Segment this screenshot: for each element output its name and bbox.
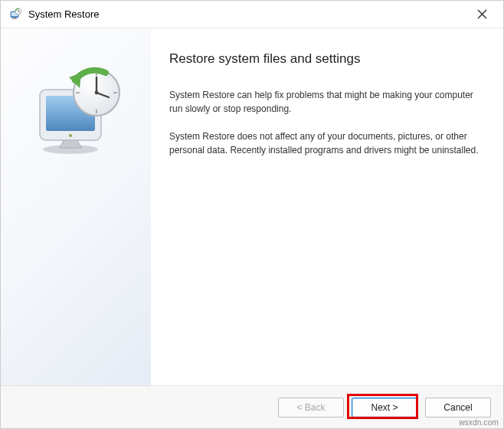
side-panel — [1, 28, 151, 385]
next-button[interactable]: Next > — [352, 398, 417, 418]
window-title: System Restore — [28, 8, 466, 20]
close-button[interactable] — [466, 3, 497, 26]
cancel-button[interactable]: Cancel — [425, 398, 491, 418]
page-heading: Restore system files and settings — [169, 51, 480, 67]
titlebar: System Restore — [1, 1, 503, 28]
system-restore-icon — [8, 8, 22, 21]
content-panel: Restore system files and settings System… — [151, 28, 503, 385]
intro-paragraph-2: System Restore does not affect any of yo… — [169, 129, 480, 157]
wizard-footer: < Back Next > Cancel wsxdn.com — [1, 385, 503, 428]
intro-paragraph-1: System Restore can help fix problems tha… — [169, 88, 480, 116]
wizard-body: Restore system files and settings System… — [1, 28, 503, 385]
svg-point-12 — [69, 134, 72, 137]
system-restore-window: System Restore — [0, 0, 504, 429]
svg-rect-3 — [12, 18, 18, 19]
back-button: < Back — [278, 398, 344, 418]
close-icon — [477, 9, 487, 19]
restore-monitor-clock-graphic — [26, 59, 126, 159]
watermark-text: wsxdn.com — [459, 418, 499, 427]
svg-rect-2 — [13, 18, 16, 18]
